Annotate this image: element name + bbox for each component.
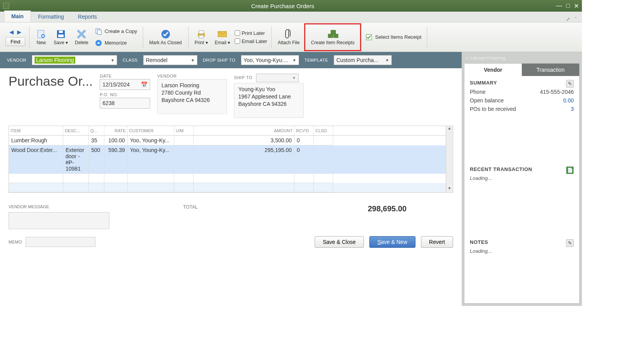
phone-value: 415-555-2046 <box>540 89 574 95</box>
openbal-label: Open balance <box>470 97 504 104</box>
svg-rect-11 <box>199 35 204 38</box>
phone-label: Phone <box>470 89 485 95</box>
email-later-checkbox[interactable]: Email Later <box>235 38 267 44</box>
col-item[interactable]: ITEM <box>9 126 63 135</box>
memorize-icon <box>95 39 102 47</box>
shipto-address[interactable]: Young-Kyu Yoo 1967 Appleseed Lane Baysho… <box>234 83 304 118</box>
vendor-label: VENDOR <box>7 58 26 62</box>
envelope-icon <box>217 29 228 40</box>
minimize-button[interactable]: — <box>556 2 562 10</box>
col-customer[interactable]: CUSTOMER <box>128 126 174 135</box>
vendor-address[interactable]: Larson Flooring 2780 County Rd Bayshore … <box>157 79 227 114</box>
svg-rect-15 <box>334 34 338 38</box>
highlighted-action: Create Item Receipts <box>304 23 361 51</box>
prev-arrow-icon[interactable]: ◄ <box>8 28 15 36</box>
create-item-receipts-button[interactable]: Create Item Receipts <box>308 28 357 46</box>
boxes-icon <box>327 29 338 40</box>
table-row[interactable]: Wood Door:Exter... Exterior door - #P-10… <box>9 145 446 174</box>
col-amount[interactable]: AMOUNT <box>194 126 294 135</box>
side-vendor-name: Larson Flooring <box>470 55 505 61</box>
svg-rect-3 <box>58 35 64 37</box>
close-button[interactable]: ✕ <box>574 2 579 10</box>
paperclip-icon <box>283 29 294 40</box>
pencil-icon[interactable]: ✎ <box>566 80 574 88</box>
date-input[interactable]: 12/15/2024 📅 <box>100 79 150 90</box>
attach-file-button[interactable]: Attach File <box>275 28 302 46</box>
pono-input[interactable]: 6238 <box>100 98 150 109</box>
titlebar: Create Purchase Orders — □ ✕ <box>0 0 582 12</box>
chevron-right-icon[interactable]: › <box>466 55 468 61</box>
class-dropdown[interactable]: Remodel▼ <box>143 55 197 65</box>
expand-icon[interactable]: ⤢ <box>566 16 570 22</box>
template-label: TEMPLATE <box>305 58 328 62</box>
save-close-button[interactable]: Save & Close <box>315 236 364 248</box>
col-rcvd[interactable]: RCV'D <box>294 126 314 135</box>
email-button[interactable]: Email ▾ <box>213 28 232 46</box>
mark-closed-button[interactable]: Mark As Closed <box>147 28 184 46</box>
side-panel: › Larson Flooring Vendor Transaction ✎ S… <box>462 52 582 306</box>
calendar-icon[interactable]: 📅 <box>141 81 147 88</box>
printer-icon <box>196 29 207 40</box>
revert-button[interactable]: Revert <box>421 236 453 248</box>
date-label: DATE <box>100 74 150 78</box>
template-dropdown[interactable]: Custom Purcha...▼ <box>334 55 392 65</box>
next-arrow-icon[interactable]: ► <box>16 28 23 36</box>
recent-heading: RECENT TRANSACTION <box>470 166 574 172</box>
pono-label: P.O. NO. <box>100 92 150 97</box>
svg-rect-13 <box>331 30 336 34</box>
page-title: Purchase Or... <box>9 74 93 89</box>
save-new-button[interactable]: Save & New <box>369 236 415 248</box>
delete-button[interactable]: Delete <box>73 28 91 46</box>
tab-main[interactable]: Main <box>4 10 31 22</box>
shipto-label: SHIP TO ▼ <box>234 74 304 82</box>
memo-input[interactable] <box>26 237 95 247</box>
shipto-dropdown[interactable]: ▼ <box>256 74 299 82</box>
table-row[interactable] <box>9 174 446 183</box>
col-qty[interactable]: Q... <box>89 126 104 135</box>
table-row[interactable]: Lumber:Rough 35 100.00 Yoo, Young-Ky... … <box>9 136 446 145</box>
pos-label: POs to be received <box>470 106 516 112</box>
notes-heading: NOTES <box>470 239 574 245</box>
delete-x-icon <box>76 29 87 40</box>
tab-formatting[interactable]: Formatting <box>31 11 71 22</box>
ribbon-tabs: Main Formatting Reports ⤢ ˆ <box>0 12 582 22</box>
system-menu-icon[interactable] <box>3 3 9 9</box>
memorize-button[interactable]: Memorize <box>93 38 139 48</box>
tab-reports[interactable]: Reports <box>71 11 104 22</box>
total-amount: 298,695.00 <box>368 204 407 213</box>
dropship-dropdown[interactable]: Yoo, Young-Kyu:...▼ <box>241 55 299 65</box>
select-items-receipt-button[interactable]: Select Items Receipt <box>364 33 423 42</box>
collapse-ribbon-icon[interactable]: ˆ <box>575 16 576 22</box>
class-label: CLASS <box>123 58 138 62</box>
vendor-dropdown[interactable]: Larson Flooring▼ <box>32 55 117 65</box>
report-icon[interactable]: 📄 <box>566 166 574 174</box>
col-clsd[interactable]: CLSD <box>314 126 333 135</box>
recent-loading: Loading... <box>470 175 574 181</box>
new-document-icon <box>36 29 47 40</box>
side-tab-transaction[interactable]: Transaction <box>522 64 579 76</box>
memo-label: MEMO <box>9 240 22 244</box>
print-button[interactable]: Print ▾ <box>192 28 210 46</box>
new-button[interactable]: New <box>33 28 49 46</box>
table-row[interactable] <box>9 183 446 192</box>
table-scrollbar[interactable]: ▲▼ <box>446 126 453 192</box>
pencil-icon[interactable]: ✎ <box>566 239 574 247</box>
toolbar: ◄ ► Find New Save ▾ Delete Create a Copy <box>0 22 582 52</box>
svg-rect-10 <box>199 31 204 34</box>
vendor-message-input[interactable] <box>9 212 109 229</box>
save-icon <box>55 29 66 40</box>
side-tab-vendor[interactable]: Vendor <box>464 64 522 76</box>
pos-value[interactable]: 3 <box>571 106 574 112</box>
print-later-checkbox[interactable]: Print Later <box>235 30 267 36</box>
maximize-button[interactable]: □ <box>566 2 570 10</box>
create-copy-button[interactable]: Create a Copy <box>93 27 139 36</box>
col-desc[interactable]: DESC... <box>63 126 89 135</box>
save-button[interactable]: Save ▾ <box>51 28 70 46</box>
window-title: Create Purchase Orders <box>9 3 556 9</box>
openbal-value[interactable]: 0.00 <box>563 97 574 104</box>
find-button[interactable]: Find <box>5 37 25 46</box>
form-header-bar: VENDOR Larson Flooring▼ CLASS Remodel▼ D… <box>0 52 462 68</box>
notes-loading: Loading... <box>470 248 574 254</box>
col-rate[interactable]: RATE <box>104 126 128 135</box>
col-um[interactable]: U/M <box>174 126 194 135</box>
